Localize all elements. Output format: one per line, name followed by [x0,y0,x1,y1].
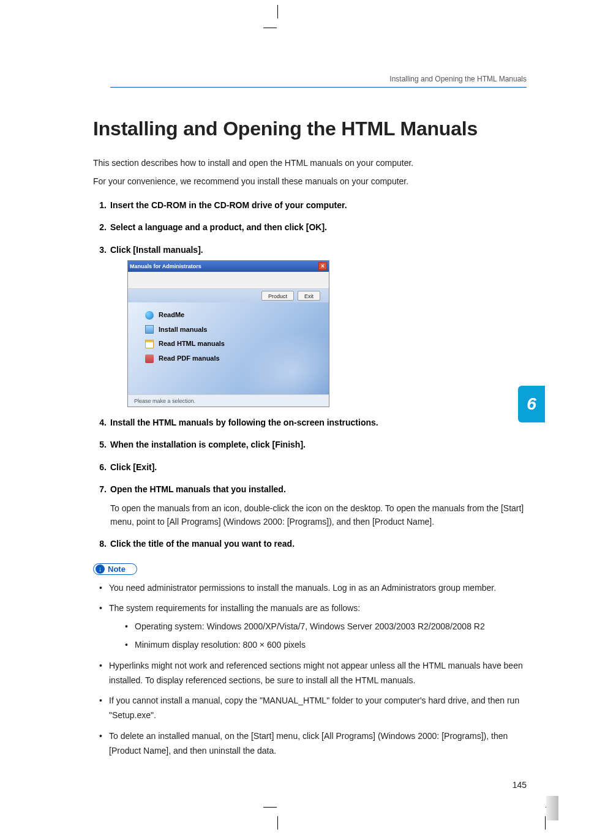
step-4: 4. Install the HTML manuals by following… [93,416,528,429]
note-item: If you cannot install a manual, copy the… [99,694,528,723]
note-item: You need administrator permissions to in… [99,581,528,596]
step-7: 7. Open the HTML manuals that you instal… [93,482,528,528]
step-6: 6. Click [Exit]. [93,460,528,474]
note-item: The system requirements for installing t… [99,601,528,652]
note-subitem: Operating system: Windows 2000/XP/Vista/… [125,620,528,634]
note-label: Note [108,564,126,574]
menu-item-readme[interactable]: ReadMe [145,310,329,321]
menu-label: Read HTML manuals [159,339,225,350]
header-rule [110,87,527,88]
step-number: 2. [93,220,107,234]
step-label: When the installation is complete, click… [110,440,306,449]
step-2: 2. Select a language and a product, and … [93,220,528,234]
step-number: 5. [93,438,107,451]
step-label: Click [Exit]. [110,462,157,472]
step-description: To open the manuals from an icon, double… [110,501,528,529]
menu-item-read-html[interactable]: Read HTML manuals [145,339,329,350]
product-button[interactable]: Product [261,291,294,301]
close-icon[interactable]: × [318,262,327,270]
menu-item-install[interactable]: Install manuals [145,324,329,336]
menu-label: Read PDF manuals [159,353,220,364]
html-page-icon [145,340,154,348]
note-badge: ↓ Note [93,563,137,575]
step-label: Insert the CD-ROM in the CD-ROM drive of… [110,200,347,210]
step-5: 5. When the installation is complete, cl… [93,438,528,451]
chapter-tab: 6 [518,386,545,422]
step-8: 8. Click the title of the manual you wan… [93,537,528,550]
step-label: Install the HTML manuals by following th… [110,418,378,427]
step-number: 6. [93,460,107,474]
installer-screenshot: Manuals for Administrators × Product Exi… [127,260,329,407]
exit-button[interactable]: Exit [298,291,320,301]
step-number: 4. [93,416,107,429]
step-number: 3. [93,243,107,257]
running-header: Installing and Opening the HTML Manuals [389,75,527,83]
step-label: Open the HTML manuals that you installed… [110,484,286,494]
down-arrow-icon: ↓ [96,564,105,574]
page-number: 145 [513,780,527,790]
step-1: 1. Insert the CD-ROM in the CD-ROM drive… [93,198,528,212]
note-text: The system requirements for installing t… [109,603,360,613]
install-icon [145,325,154,334]
window-body: ReadMe Install manuals Read HTML manuals [128,302,329,394]
step-label: Select a language and a product, and the… [110,222,327,232]
globe-icon [145,311,154,320]
step-3: 3. Click [Install manuals]. Manuals for … [93,243,528,407]
step-number: 1. [93,198,107,212]
step-number: 7. [93,482,107,496]
menu-label: Install manuals [159,324,207,336]
note-item: To delete an installed manual, on the [S… [99,729,528,759]
menu-item-read-pdf[interactable]: Read PDF manuals [145,353,329,364]
page-title: Installing and Opening the HTML Manuals [93,118,528,140]
step-label: Click the title of the manual you want t… [110,539,295,549]
menu-label: ReadMe [159,310,184,321]
window-statusbar: Please make a selection. [128,394,329,407]
intro-paragraph-1: This section describes how to install an… [93,156,528,170]
note-item: Hyperlinks might not work and referenced… [99,659,528,688]
window-title: Manuals for Administrators [130,262,201,271]
window-titlebar: Manuals for Administrators × [128,261,329,272]
pdf-icon [145,354,154,363]
step-label: Click [Install manuals]. [110,245,203,255]
window-toolbar: Product Exit [128,289,329,302]
window-banner [128,272,329,289]
intro-paragraph-2: For your convenience, we recommend you i… [93,174,528,188]
note-subitem: Minimum display resolution: 800 × 600 pi… [125,638,528,653]
step-number: 8. [93,537,107,550]
